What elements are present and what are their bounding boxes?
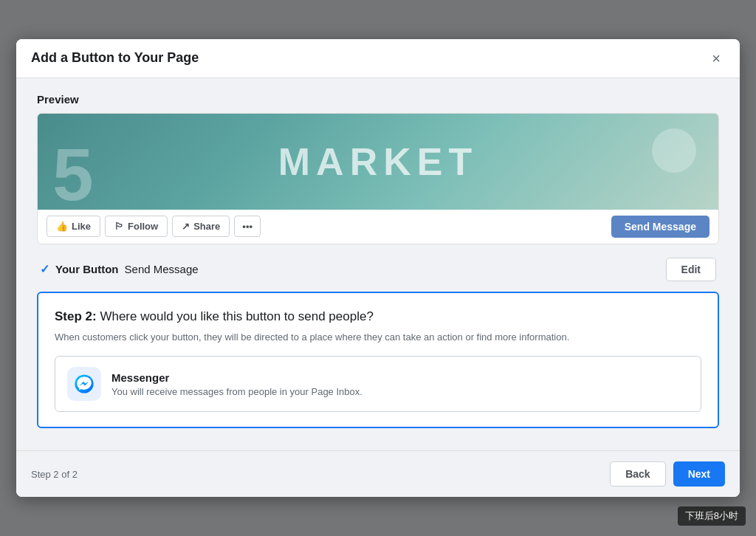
your-button-name: Send Message	[125, 263, 199, 275]
step2-heading-rest: Where would you like this button to send…	[97, 309, 374, 323]
modal-body: Preview 5 MARKET 👍 Like 🏳 Follow	[16, 78, 740, 451]
step2-heading-bold: Step 2:	[55, 309, 97, 323]
back-button[interactable]: Back	[610, 461, 665, 487]
your-button-row: ✓ Your Button Send Message Edit	[37, 244, 719, 292]
cover-photo: 5 MARKET	[38, 114, 718, 210]
modal-title: Add a Button to Your Page	[31, 50, 199, 66]
share-arrow-icon: ↗	[182, 221, 190, 232]
follow-action-button[interactable]: 🏳 Follow	[105, 216, 168, 237]
edit-button[interactable]: Edit	[666, 258, 716, 281]
send-message-action-button[interactable]: Send Message	[611, 216, 709, 238]
checkmark-icon: ✓	[40, 262, 49, 276]
option-title: Messenger	[111, 371, 362, 384]
more-action-button[interactable]: •••	[234, 216, 261, 237]
cover-text: MARKET	[278, 140, 478, 184]
close-button[interactable]: ×	[707, 49, 725, 67]
step2-heading: Step 2: Where would you like this button…	[55, 309, 701, 324]
messenger-option-card[interactable]: Messenger You will receive messages from…	[55, 356, 701, 412]
share-action-button[interactable]: ↗ Share	[172, 216, 230, 237]
modal-header: Add a Button to Your Page ×	[16, 39, 740, 78]
step2-box: Step 2: Where would you like this button…	[37, 292, 719, 429]
like-action-button[interactable]: 👍 Like	[47, 216, 100, 237]
modal-overlay: Add a Button to Your Page × Preview 5 MA…	[0, 0, 756, 536]
share-label: Share	[193, 221, 220, 232]
more-dots-label: •••	[242, 221, 252, 232]
like-label: Like	[72, 221, 91, 232]
modal: Add a Button to Your Page × Preview 5 MA…	[16, 39, 740, 498]
like-thumb-icon: 👍	[56, 221, 68, 232]
footer-buttons: Back Next	[610, 461, 725, 487]
follow-flag-icon: 🏳	[114, 221, 124, 232]
preview-page-card: 5 MARKET 👍 Like 🏳 Follow ↗	[37, 113, 719, 244]
your-button-info: ✓ Your Button Send Message	[40, 262, 199, 276]
step2-description: When customers click your button, they w…	[55, 330, 701, 345]
next-button[interactable]: Next	[673, 461, 725, 487]
step-indicator: Step 2 of 2	[31, 469, 78, 480]
your-button-label: Your Button	[55, 263, 119, 275]
option-subtitle: You will receive messages from people in…	[111, 386, 362, 397]
messenger-svg-icon	[74, 374, 94, 394]
follow-label: Follow	[128, 221, 158, 232]
cover-number: 5	[52, 132, 94, 210]
cover-circle-decoration	[652, 128, 696, 173]
option-text: Messenger You will receive messages from…	[111, 371, 362, 397]
page-actions-bar: 👍 Like 🏳 Follow ↗ Share ••• Send Messag	[38, 210, 718, 244]
modal-footer: Step 2 of 2 Back Next	[16, 450, 740, 497]
messenger-icon	[67, 367, 101, 401]
preview-label: Preview	[37, 93, 719, 106]
